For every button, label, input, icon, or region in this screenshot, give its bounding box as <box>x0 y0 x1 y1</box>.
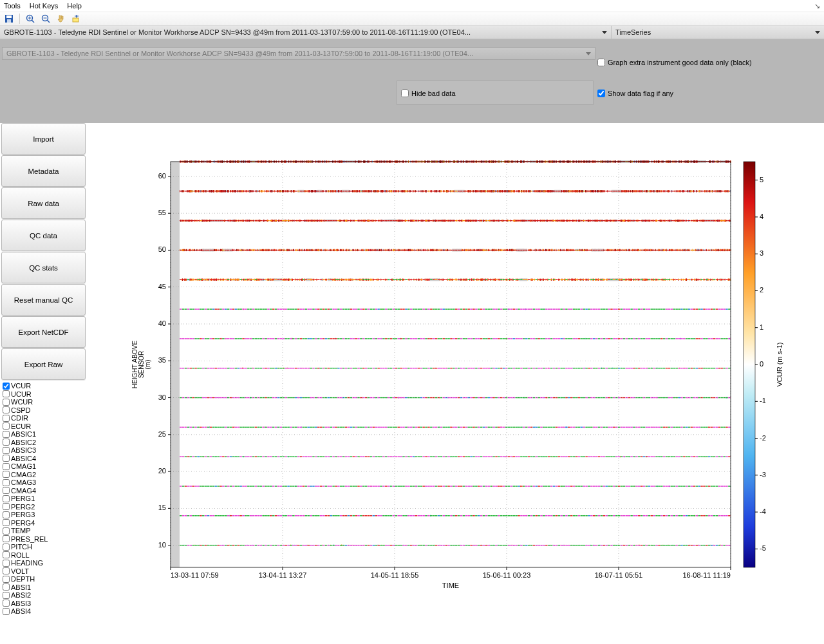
var-absi1[interactable]: ABSI1 <box>3 583 84 592</box>
var-absic3-checkbox[interactable] <box>3 447 10 454</box>
metadata-button[interactable]: Metadata <box>1 155 86 187</box>
var-cmag1-checkbox[interactable] <box>3 463 10 470</box>
var-pres_rel[interactable]: PRES_REL <box>3 535 84 544</box>
var-wcur[interactable]: WCUR <box>3 398 84 406</box>
var-absi2-checkbox[interactable] <box>3 592 10 599</box>
menu-tools[interactable]: Tools <box>4 2 21 10</box>
opt-graph-extra-checkbox[interactable] <box>597 59 605 66</box>
svg-rect-8515 <box>410 338 413 339</box>
var-absi3[interactable]: ABSI3 <box>3 600 84 608</box>
var-absic2-checkbox[interactable] <box>3 439 10 446</box>
var-perg4[interactable]: PERG4 <box>3 519 84 527</box>
var-heading[interactable]: HEADING <box>3 559 84 567</box>
var-ucur-checkbox[interactable] <box>3 390 10 397</box>
svg-rect-8778 <box>518 308 520 309</box>
svg-rect-9372 <box>352 220 355 221</box>
var-temp-checkbox[interactable] <box>3 527 10 535</box>
var-cmag1[interactable]: CMAG1 <box>3 462 84 471</box>
var-absic1[interactable]: ABSIC1 <box>3 430 84 439</box>
svg-rect-7400 <box>373 486 375 486</box>
opt-show-flag-checkbox[interactable] <box>597 90 605 97</box>
svg-rect-6907 <box>239 545 242 545</box>
save-icon[interactable] <box>4 14 14 24</box>
svg-rect-9602 <box>377 191 380 191</box>
var-cmag4-checkbox[interactable] <box>3 487 10 494</box>
var-absic3[interactable]: ABSIC3 <box>3 446 84 455</box>
var-cmag3-checkbox[interactable] <box>3 479 10 486</box>
var-cmag3[interactable]: CMAG3 <box>3 478 84 487</box>
var-depth[interactable]: DEPTH <box>3 575 84 583</box>
svg-rect-8995 <box>510 279 513 280</box>
var-roll[interactable]: ROLL <box>3 551 84 560</box>
view-selector[interactable]: TimeSeries <box>612 26 824 39</box>
var-absi1-checkbox[interactable] <box>3 583 10 591</box>
var-absic1-checkbox[interactable] <box>3 431 10 438</box>
svg-rect-8852 <box>703 308 706 309</box>
plot-area[interactable]: 101520253035404550556013-03-11 07:5913-0… <box>87 123 824 644</box>
var-absic2[interactable]: ABSIC2 <box>3 439 84 447</box>
var-vcur-checkbox[interactable] <box>3 383 10 390</box>
var-perg1-checkbox[interactable] <box>3 495 10 502</box>
var-ecur[interactable]: ECUR <box>3 422 84 431</box>
var-absic4-checkbox[interactable] <box>3 455 10 462</box>
extra-dataset-selector[interactable]: GBROTE-1103 - Teledyne RDI Sentinel or M… <box>2 47 595 60</box>
var-absi4[interactable]: ABSI4 <box>3 607 84 616</box>
var-absi2[interactable]: ABSI2 <box>3 591 84 600</box>
var-ecur-checkbox[interactable] <box>3 422 10 430</box>
svg-rect-9737 <box>716 191 718 191</box>
var-roll-checkbox[interactable] <box>3 551 10 558</box>
zoom-out-icon[interactable] <box>41 14 51 24</box>
menu-hotkeys[interactable]: Hot Keys <box>30 2 59 10</box>
dataset-selector[interactable]: GBROTE-1103 - Teledyne RDI Sentinel or M… <box>0 26 612 39</box>
var-cspd[interactable]: CSPD <box>3 406 84 415</box>
opt-hide-bad-checkbox[interactable] <box>401 90 409 97</box>
var-vcur[interactable]: VCUR <box>3 382 84 390</box>
svg-rect-7918 <box>568 427 570 428</box>
svg-rect-7928 <box>593 427 595 428</box>
qc-data-button[interactable]: QC data <box>1 220 86 251</box>
var-perg4-checkbox[interactable] <box>3 519 10 526</box>
var-cmag2[interactable]: CMAG2 <box>3 471 84 479</box>
var-temp[interactable]: TEMP <box>3 527 84 535</box>
var-pres_rel-checkbox[interactable] <box>3 535 10 542</box>
menu-help[interactable]: Help <box>67 2 82 10</box>
var-cdir[interactable]: CDIR <box>3 414 84 422</box>
var-ucur[interactable]: UCUR <box>3 390 84 399</box>
var-absi4-checkbox[interactable] <box>3 608 10 615</box>
pan-icon[interactable] <box>56 14 66 24</box>
var-absic4[interactable]: ABSIC4 <box>3 455 84 463</box>
svg-rect-8228 <box>242 368 245 368</box>
var-heading-checkbox[interactable] <box>3 560 10 567</box>
opt-hide-bad[interactable]: Hide bad data <box>401 90 456 97</box>
var-absi3-checkbox[interactable] <box>3 600 10 607</box>
opt-graph-extra[interactable]: Graph extra instrument good data only (b… <box>597 59 752 66</box>
var-pitch[interactable]: PITCH <box>3 543 84 551</box>
var-depth-checkbox[interactable] <box>3 576 10 583</box>
opt-show-flag[interactable]: Show data flag if any <box>597 90 673 97</box>
var-perg3[interactable]: PERG3 <box>3 511 84 519</box>
raw-data-button[interactable]: Raw data <box>1 187 86 219</box>
qc-stats-button[interactable]: QC stats <box>1 252 86 283</box>
var-pitch-checkbox[interactable] <box>3 544 10 551</box>
dock-icon[interactable]: ↘ <box>814 2 820 10</box>
export-raw-button[interactable]: Export Raw <box>1 348 86 380</box>
svg-rect-8033 <box>305 397 308 398</box>
var-volt-checkbox[interactable] <box>3 567 10 574</box>
zoom-in-icon[interactable] <box>25 14 35 24</box>
data-cursor-icon[interactable] <box>71 14 82 24</box>
reset-manual-qc-button[interactable]: Reset manual QC <box>1 284 86 316</box>
var-cmag2-checkbox[interactable] <box>3 471 10 478</box>
var-volt[interactable]: VOLT <box>3 567 84 576</box>
export-netcdf-button[interactable]: Export NetCDF <box>1 316 86 348</box>
svg-rect-8902 <box>277 279 280 280</box>
import-button[interactable]: Import <box>1 123 86 155</box>
var-wcur-checkbox[interactable] <box>3 399 10 406</box>
var-cdir-checkbox[interactable] <box>3 415 10 422</box>
var-perg1[interactable]: PERG1 <box>3 495 84 503</box>
var-cspd-checkbox[interactable] <box>3 406 10 413</box>
var-perg2[interactable]: PERG2 <box>3 503 84 511</box>
svg-rect-9653 <box>505 191 508 191</box>
var-perg3-checkbox[interactable] <box>3 511 10 518</box>
var-cmag4[interactable]: CMAG4 <box>3 487 84 495</box>
var-perg2-checkbox[interactable] <box>3 503 10 510</box>
